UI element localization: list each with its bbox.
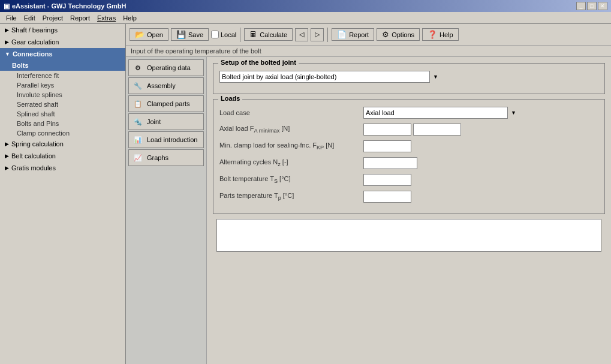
save-label: Save — [188, 31, 203, 38]
operating-data-icon: ⚙ — [133, 62, 143, 73]
min-clamp-input[interactable]: 0.0 — [363, 140, 411, 152]
redo-button[interactable]: ▷ — [311, 28, 324, 41]
load-introduction-button[interactable]: 📊 Load introduction — [128, 131, 204, 148]
title-bar: ▣ eAssistant - GWJ Technology GmbH _ □ ✕ — [0, 0, 611, 12]
setup-select[interactable]: Bolted joint by axial load (single-bolte… — [219, 71, 441, 83]
sidebar-item-splined-shaft[interactable]: Splined shaft — [0, 109, 125, 119]
sidebar-item-involute-splines[interactable]: Involute splines — [0, 90, 125, 100]
calc-icon: 🖩 — [249, 30, 257, 39]
help-icon: ❓ — [428, 30, 437, 39]
joint-button[interactable]: 🔩 Joint — [128, 113, 204, 130]
load-case-select-wrapper[interactable]: Axial load ▼ — [363, 107, 519, 119]
local-checkbox-wrapper[interactable]: Local — [211, 31, 236, 38]
menu-project[interactable]: Project — [39, 13, 67, 23]
content-right: Setup of the bolted joint Bolted joint b… — [207, 57, 611, 364]
assembly-button[interactable]: 🔧 Assembly — [128, 77, 204, 94]
menu-edit[interactable]: Edit — [20, 13, 39, 23]
graphs-icon: 📈 — [133, 152, 143, 163]
sidebar-label: Bolts and Pins — [17, 120, 59, 127]
min-clamp-label: Min. clamp load for sealing-fnc. FKP [N] — [219, 142, 363, 151]
assembly-label: Assembly — [147, 82, 176, 89]
bolt-temp-input[interactable]: 20.0 — [363, 174, 411, 186]
report-icon: 📄 — [337, 30, 347, 39]
sidebar-item-belt-calc[interactable]: ▶ Belt calculation — [0, 150, 125, 162]
menu-file[interactable]: File — [2, 13, 20, 23]
sidebar-item-bolts-pins[interactable]: Bolts and Pins — [0, 119, 125, 128]
save-icon: 💾 — [176, 30, 186, 39]
sidebar-label: Clamp connection — [17, 130, 70, 137]
save-button[interactable]: 💾 Save — [171, 28, 209, 41]
load-intro-icon: 📊 — [133, 134, 143, 145]
report-button[interactable]: 📄 Report — [332, 28, 374, 41]
parts-temp-label: Parts temperature Tp [°C] — [219, 192, 363, 201]
calculate-button[interactable]: 🖩 Calculate — [244, 28, 293, 41]
sidebar-item-gear-calc[interactable]: ▶ Gear calculation — [0, 36, 125, 48]
axial-load-max-input[interactable]: 24900.0 — [413, 124, 461, 136]
menu-bar: File Edit Project Report Extras Help — [0, 12, 611, 24]
sidebar-label: Spring calculation — [11, 140, 64, 148]
sidebar-label: Involute splines — [17, 91, 62, 98]
sidebar-label: Bolts — [12, 62, 29, 69]
open-button[interactable]: 📂 Open — [130, 28, 168, 41]
sidebar-item-clamp-connection[interactable]: Clamp connection — [0, 128, 125, 138]
status-bar: Input of the operating temperature of th… — [126, 46, 611, 57]
separator — [240, 28, 240, 42]
arrow-icon: ▶ — [5, 39, 9, 45]
sidebar-item-gratis-modules[interactable]: ▶ Gratis modules — [0, 162, 125, 174]
close-button[interactable]: ✕ — [598, 2, 607, 10]
sidebar-item-parallel-keys[interactable]: Parallel keys — [0, 80, 125, 90]
assembly-icon: 🔧 — [133, 80, 143, 91]
clamped-parts-icon: 📋 — [133, 98, 143, 109]
toolbar: 📂 Open 💾 Save Local 🖩 Calculate ◁ ▷ 📄 Re… — [126, 24, 611, 46]
minimize-button[interactable]: _ — [576, 2, 586, 10]
arrow-icon: ▶ — [5, 153, 9, 159]
sidebar-item-serrated-shaft[interactable]: Serrated shaft — [0, 100, 125, 109]
alternating-input[interactable]: 2000000 — [363, 157, 417, 169]
report-label: Report — [349, 31, 369, 38]
joint-icon: 🔩 — [133, 116, 143, 127]
app-icon: ▣ — [4, 2, 10, 10]
sidebar: ▶ Shaft / bearings ▶ Gear calculation ▼ … — [0, 24, 126, 364]
arrow-icon: ▶ — [5, 27, 9, 33]
arrow-icon: ▶ — [5, 141, 9, 147]
sidebar-item-spring-calc[interactable]: ▶ Spring calculation — [0, 138, 125, 150]
setup-select-wrapper[interactable]: Bolted joint by axial load (single-bolte… — [219, 71, 441, 83]
joint-label: Joint — [147, 118, 161, 125]
help-button[interactable]: ❓ Help — [422, 28, 459, 41]
local-checkbox[interactable] — [211, 31, 219, 38]
sidebar-label: Gear calculation — [11, 38, 59, 46]
clamped-parts-label: Clamped parts — [147, 100, 190, 107]
arrow-icon: ▶ — [5, 165, 9, 171]
menu-help[interactable]: Help — [119, 13, 140, 23]
sidebar-label: Belt calculation — [11, 152, 56, 160]
folder-icon: 📂 — [135, 30, 145, 39]
axial-load-min-input[interactable]: 0.0 — [363, 124, 411, 136]
sidebar-label: Shaft / bearings — [11, 26, 58, 34]
sidebar-item-bolts[interactable]: Bolts — [0, 60, 125, 71]
sidebar-item-connections[interactable]: ▼ Connections — [0, 48, 125, 60]
options-label: Options — [392, 31, 414, 38]
sidebar-label: Splined shaft — [17, 110, 55, 118]
operating-data-button[interactable]: ⚙ Operating data — [128, 59, 204, 76]
parts-temp-input[interactable]: 20.0 — [363, 191, 411, 203]
sidebar-label: Connections — [13, 50, 53, 58]
separator — [327, 28, 328, 42]
sidebar-label: Gratis modules — [11, 164, 56, 172]
graphs-label: Graphs — [147, 154, 168, 161]
clamped-parts-button[interactable]: 📋 Clamped parts — [128, 95, 204, 112]
sidebar-label: Interference fit — [17, 72, 59, 79]
load-case-select[interactable]: Axial load — [363, 107, 519, 119]
maximize-button[interactable]: □ — [587, 2, 597, 10]
sidebar-item-shaft-bearings[interactable]: ▶ Shaft / bearings — [0, 24, 125, 36]
options-button[interactable]: ⚙ Options — [377, 28, 420, 41]
load-case-label: Load case — [219, 109, 363, 116]
bottom-text-area — [216, 219, 601, 252]
undo-button[interactable]: ◁ — [295, 28, 308, 41]
graphs-button[interactable]: 📈 Graphs — [128, 149, 204, 166]
axial-load-label: Axial load FA min/max [N] — [219, 125, 363, 134]
alternating-label: Alternating cycles Nz [-] — [219, 158, 363, 167]
menu-extras[interactable]: Extras — [94, 13, 119, 23]
menu-report[interactable]: Report — [67, 13, 94, 23]
sidebar-item-interference-fit[interactable]: Interference fit — [0, 71, 125, 80]
load-intro-label: Load introduction — [147, 136, 197, 143]
